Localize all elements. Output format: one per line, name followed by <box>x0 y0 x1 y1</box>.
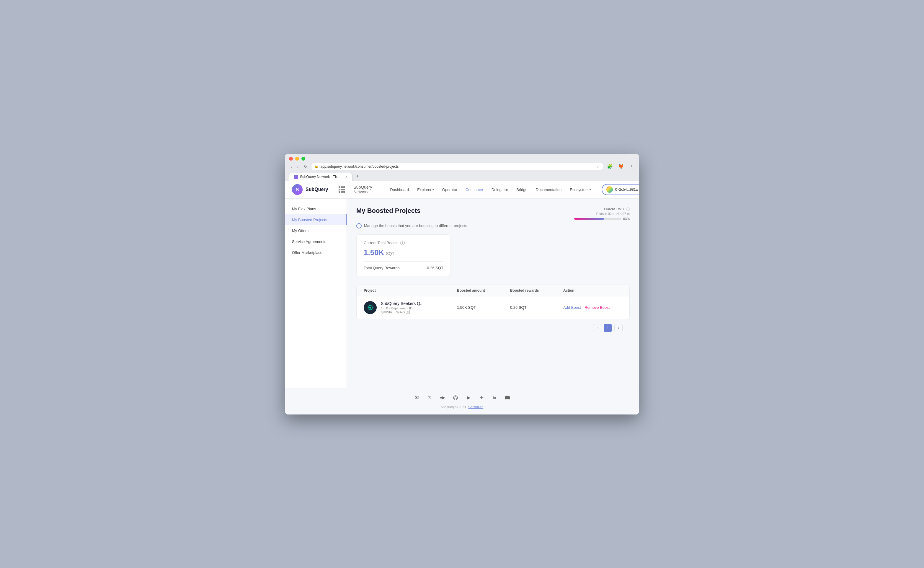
sidebar-item-my-offers[interactable]: My Offers <box>285 225 347 236</box>
sidebar-item-flex-plans[interactable]: My Flex Plans <box>285 203 347 215</box>
page-1-button[interactable]: 1 <box>604 324 612 332</box>
nav-bridge[interactable]: Bridge <box>513 186 531 194</box>
project-deployment: QmWfo...RpBws ⎘ <box>381 310 424 314</box>
sidebar: My Flex Plans My Boosted Projects My Off… <box>285 199 347 388</box>
extensions-button[interactable]: 🧩 <box>605 163 614 170</box>
profile-button[interactable]: 🦊 <box>617 163 625 170</box>
info-text: Manage the boosts that you are boosting … <box>364 224 467 228</box>
discord-icon[interactable] <box>504 394 511 402</box>
ecosystem-chevron: ▾ <box>590 188 591 191</box>
twitter-icon[interactable]: 𝕏 <box>426 394 433 402</box>
menu-button[interactable]: ⋮ <box>628 163 635 169</box>
era-ends: Ends in 02 d 14 h 07 m <box>574 212 630 216</box>
tab-close-button[interactable]: ✕ <box>345 175 347 178</box>
stats-card: Current Total Boosts i 1.50K SQT Total Q… <box>356 234 451 276</box>
wallet-button[interactable]: 0×2c54...981a ▾ <box>602 184 639 195</box>
rewards-label: Total Query Rewards <box>364 266 399 270</box>
copyright: Subquery © 2024 <box>441 405 466 409</box>
telegram-icon[interactable]: ✈ <box>478 394 485 402</box>
stats-info-icon: i <box>400 240 405 245</box>
era-pct: 63% <box>623 217 630 221</box>
col-boosted-amount: Boosted amount <box>457 289 510 293</box>
era-progress-bar <box>574 218 621 220</box>
nav-consumer[interactable]: Consumer <box>462 186 487 194</box>
footer: ✉ 𝕏 ●▶ ▶ ✈ in Subquery © 2024 Contribute <box>285 388 639 414</box>
boosted-amount-cell: 1.50K SQT <box>457 305 510 310</box>
video-icon[interactable]: ●▶ <box>439 394 446 402</box>
era-info: Current Era: 7 ⓘ Ends in 02 d 14 h 07 m … <box>574 207 630 221</box>
stats-row: Total Query Rewards 0.26 SQT <box>364 266 443 270</box>
nav-explorer[interactable]: Explorer ▾ <box>414 186 437 194</box>
col-boosted-rewards: Boosted rewards <box>510 289 563 293</box>
action-cell: Add Boost Remove Boost <box>563 305 622 310</box>
boosted-rewards-cell: 0.26 SQT <box>510 305 563 310</box>
sidebar-item-service-agreements[interactable]: Service Agreements <box>285 236 347 247</box>
contribute-link[interactable]: Contribute <box>468 405 483 409</box>
tab-favicon <box>294 175 298 179</box>
table-header: Project Boosted amount Boosted rewards A… <box>356 285 630 296</box>
next-page-button[interactable]: › <box>614 324 623 332</box>
wallet-avatar <box>606 186 613 193</box>
wallet-address: 0×2c54...981a <box>615 187 638 192</box>
project-logo <box>364 301 377 314</box>
era-info-icon: ⓘ <box>627 207 630 211</box>
stats-divider <box>364 261 443 261</box>
github-icon[interactable] <box>451 394 459 402</box>
main-content: My Boosted Projects Current Era: 7 ⓘ End… <box>347 199 639 388</box>
svg-text:S: S <box>296 187 299 192</box>
nav-delegator[interactable]: Delegator <box>488 186 512 194</box>
maximize-traffic-light[interactable] <box>301 157 305 161</box>
email-icon[interactable]: ✉ <box>413 394 420 402</box>
reload-button[interactable]: ↻ <box>302 163 309 169</box>
svg-point-4 <box>369 307 371 308</box>
add-boost-link[interactable]: Add Boost <box>563 305 581 310</box>
top-nav: S SubQuery SubQuery Network Dashboard Ex… <box>285 181 639 199</box>
nav-links: Dashboard Explorer ▾ Operator Consumer D… <box>387 186 595 194</box>
project-cell: SubQuery Seekers Q... 1.0.0 - Deployment… <box>364 301 457 314</box>
nav-operator[interactable]: Operator <box>439 186 461 194</box>
page-title: My Boosted Projects <box>356 207 421 215</box>
active-tab[interactable]: SubQuery Network - The uni... ✕ <box>289 173 352 181</box>
network-name: SubQuery Network <box>353 185 377 194</box>
stats-card-title: Current Total Boosts i <box>364 240 443 245</box>
address-bar[interactable]: 🔒 app.subquery.network/consumer/boosted-… <box>311 163 603 170</box>
prev-page-button[interactable]: ‹ <box>593 324 601 332</box>
new-tab-button[interactable]: + <box>352 172 362 181</box>
back-button[interactable]: ‹ <box>289 163 293 169</box>
stats-main-value: 1.50K SQT <box>364 248 443 257</box>
nav-ecosystem[interactable]: Ecosystem ▾ <box>566 186 595 194</box>
info-banner: i Manage the boosts that you are boostin… <box>356 223 630 228</box>
logo-text: SubQuery <box>305 187 328 192</box>
url-text: app.subquery.network/consumer/boosted-pr… <box>320 165 399 169</box>
close-traffic-light[interactable] <box>289 157 293 161</box>
logo-area: S SubQuery <box>292 184 328 195</box>
forward-button[interactable]: › <box>296 163 300 169</box>
era-label: Current Era: 7 ⓘ <box>574 207 630 211</box>
copy-icon[interactable]: ⎘ <box>406 310 410 314</box>
project-version: 1.0.0 - Deployment ID: <box>381 307 424 310</box>
youtube-icon[interactable]: ▶ <box>465 394 473 402</box>
remove-boost-link[interactable]: Remove Boost <box>584 305 610 310</box>
table-row: SubQuery Seekers Q... 1.0.0 - Deployment… <box>356 296 630 319</box>
stats-unit: SQT <box>386 251 394 256</box>
sidebar-item-boosted-projects[interactable]: My Boosted Projects <box>285 215 347 225</box>
project-name: SubQuery Seekers Q... <box>381 301 424 306</box>
nav-dashboard[interactable]: Dashboard <box>387 186 413 194</box>
era-progress-fill <box>574 218 604 220</box>
project-info: SubQuery Seekers Q... 1.0.0 - Deployment… <box>381 301 424 314</box>
pagination: ‹ 1 › <box>356 319 630 333</box>
info-icon: i <box>356 223 362 228</box>
tab-title: SubQuery Network - The uni... <box>300 175 341 179</box>
footer-icons: ✉ 𝕏 ●▶ ▶ ✈ in <box>291 394 633 402</box>
col-project: Project <box>364 289 457 293</box>
sidebar-item-offer-marketplace[interactable]: Offer Marketplace <box>285 247 347 258</box>
col-action: Action <box>563 289 622 293</box>
grid-icon[interactable] <box>338 186 345 193</box>
table-container: Project Boosted amount Boosted rewards A… <box>356 285 630 319</box>
logo-icon: S <box>292 184 303 195</box>
nav-documentation[interactable]: Documentation <box>532 186 565 194</box>
minimize-traffic-light[interactable] <box>295 157 299 161</box>
rewards-value: 0.26 SQT <box>427 266 443 270</box>
linkedin-icon[interactable]: in <box>491 394 498 402</box>
explorer-chevron: ▾ <box>432 188 434 191</box>
